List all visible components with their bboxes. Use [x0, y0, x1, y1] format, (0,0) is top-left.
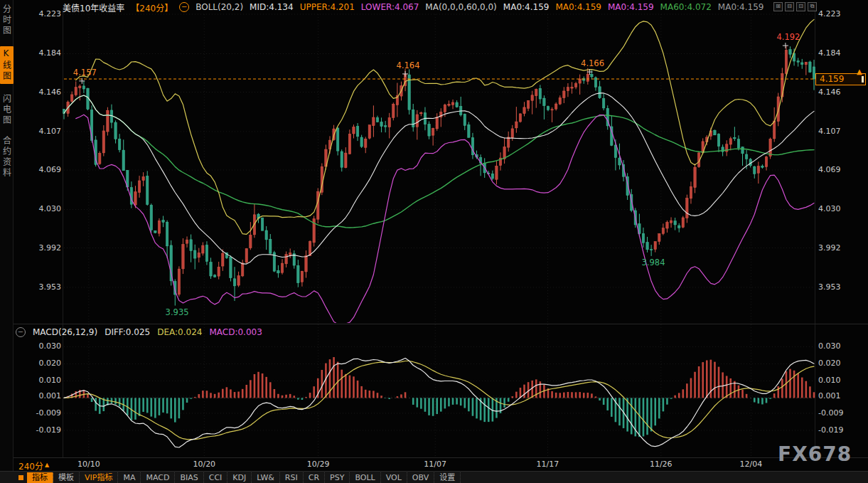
macd-dea-value: DEA:0.024 — [157, 327, 202, 337]
date-label: 10/29 — [303, 460, 334, 469]
svg-text:4.164: 4.164 — [397, 60, 420, 70]
toolbar-item-3[interactable]: MA — [118, 472, 141, 483]
toolbar-item-11[interactable]: PSY — [325, 472, 350, 483]
timeframe-label[interactable]: 240分 — [18, 460, 43, 472]
sidebar-item-2[interactable]: 闪电图 — [1, 94, 13, 126]
boll-mid-value: MID:4.134 — [250, 2, 294, 12]
boll-label: BOLL(20,2) — [195, 2, 243, 12]
toolbar-item-8[interactable]: LW& — [252, 472, 280, 483]
bottom-toolbar: 指标模板VIP指标MAMACDBIASCCIKDJLW&RSICRPSYBOLL… — [0, 471, 868, 483]
price-up-arrow-icon: ▲ — [857, 68, 862, 75]
date-label: 11/07 — [419, 460, 451, 469]
toolbar-item-9[interactable]: RSI — [280, 472, 304, 483]
chart-header: 美债10年收益率 【240分】 − BOLL(20,2) MID:4.134 U… — [14, 0, 804, 14]
sidebar-item-1[interactable]: K线图 — [0, 46, 14, 84]
ma-values: MA0:4.159MA0:4.159MA0:4.159MA60:4.072MA0… — [503, 2, 764, 12]
macd-macd-value: MACD:0.003 — [209, 327, 262, 337]
instrument-title: 美债10年收益率 — [63, 1, 124, 14]
ma-value-0: MA0:4.159 — [503, 2, 550, 12]
svg-text:4.166: 4.166 — [581, 58, 604, 68]
svg-text:4.157: 4.157 — [73, 68, 97, 78]
ma-label: MA(0,0,0,60,0,0) — [425, 2, 496, 12]
date-label: 12/04 — [735, 460, 766, 469]
macd-diff-value: DIFF:0.025 — [105, 327, 150, 337]
ma-value-1: MA0:4.159 — [555, 2, 601, 12]
chart-canvas[interactable]: 4.1574.1644.1664.1923.9353.984 — [0, 0, 868, 483]
ma-value-3: MA60:4.072 — [660, 2, 712, 12]
ma-value-2: MA0:4.159 — [608, 2, 654, 12]
toolbar-item-2[interactable]: VIP指标 — [80, 472, 118, 483]
date-label: 11/26 — [645, 460, 677, 469]
zoom-out-icon[interactable]: ⊟ — [785, 2, 794, 11]
toolbar-item-7[interactable]: KDJ — [227, 472, 252, 483]
macd-title: MACD(26,12,9) — [33, 327, 97, 337]
boll-upper-value: UPPER:4.201 — [300, 2, 355, 12]
zoom-in-icon[interactable]: ⊞ — [773, 2, 783, 11]
screen-expand-icon[interactable]: ⧉ — [808, 2, 817, 11]
toolbar-item-13[interactable]: VOL — [381, 472, 407, 483]
boll-lower-value: LOWER:4.067 — [361, 2, 419, 12]
toolbar-item-12[interactable]: BOLL — [350, 472, 380, 483]
toolbar-item-14[interactable]: OBV — [407, 472, 434, 483]
svg-text:3.984: 3.984 — [642, 258, 665, 267]
date-label: 10/20 — [188, 460, 220, 469]
price-badge-cursor-icon — [862, 76, 864, 83]
date-label: 11/17 — [532, 460, 563, 469]
macd-panel-toggle-icon[interactable]: − — [16, 327, 26, 337]
toolbar-item-6[interactable]: CCI — [204, 472, 228, 483]
toolbar-item-5[interactable]: BIAS — [175, 472, 203, 483]
toolbar-item-0[interactable]: 指标 — [27, 472, 53, 483]
sidebar-item-3[interactable]: 合约资料 — [1, 136, 13, 179]
sidebar-item-0[interactable]: 分时图 — [1, 4, 13, 36]
svg-text:3.935: 3.935 — [166, 307, 189, 317]
indicator-square-icon — [18, 475, 23, 480]
collapse-period-icon[interactable]: − — [179, 2, 189, 12]
watermark: FX678 — [778, 442, 852, 466]
sidebar: 分时图K线图闪电图合约资料 — [0, 0, 14, 483]
screen-split-icon[interactable]: ⊡ — [796, 2, 805, 11]
trading-app-window: 分时图K线图闪电图合约资料 美债10年收益率 【240分】 − BOLL(20,… — [0, 0, 868, 483]
timeframe-arrow-icon[interactable]: ▲ — [45, 462, 49, 468]
toolbar-item-1[interactable]: 模板 — [53, 472, 80, 483]
date-label: 10/10 — [73, 460, 105, 469]
window-icons: ⊞⊟⊡⧉ — [773, 2, 817, 11]
toolbar-item-4[interactable]: MACD — [141, 472, 175, 483]
ma-value-4: MA0:4.159 — [718, 2, 764, 12]
svg-text:4.192: 4.192 — [776, 32, 800, 42]
period-label[interactable]: 【240分】 — [131, 1, 173, 14]
current-price-value: 4.159 — [820, 74, 844, 84]
toolbar-item-10[interactable]: CR — [304, 472, 325, 483]
macd-header-row: − MACD(26,12,9) DIFF:0.025 DEA:0.024 MAC… — [16, 327, 262, 337]
toolbar-item-15[interactable]: 设置 — [434, 472, 461, 483]
